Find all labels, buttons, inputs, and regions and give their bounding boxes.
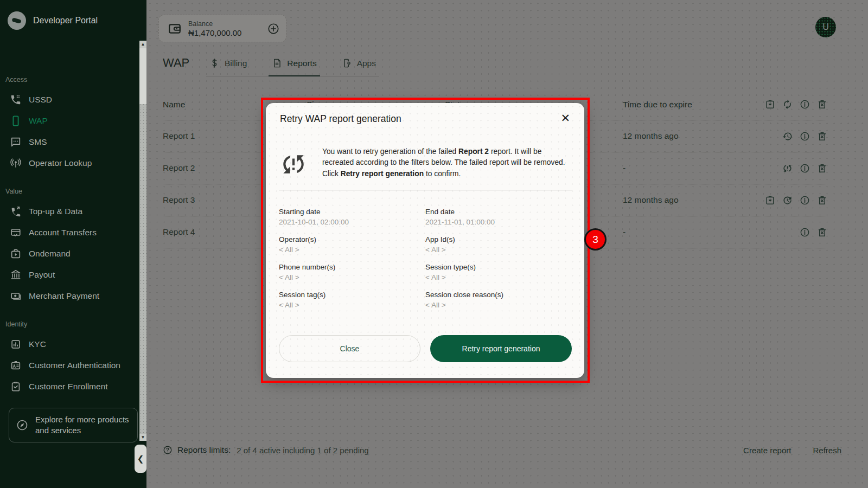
field-end-date: End date 2021-11-01, 01:00:00 bbox=[425, 208, 572, 226]
field-session-tags: Session tag(s) < All > bbox=[279, 291, 425, 309]
sidebar-item-label: SMS bbox=[29, 137, 47, 147]
field-label: Starting date bbox=[279, 208, 425, 216]
field-value: < All > bbox=[279, 246, 425, 254]
banknote-icon bbox=[10, 290, 22, 302]
id-card-icon bbox=[10, 359, 22, 371]
field-app-ids: App Id(s) < All > bbox=[425, 235, 572, 254]
sidebar-item-operator-lookup[interactable]: Operator Lookup bbox=[0, 152, 146, 174]
sidebar-item-ussd[interactable]: USSD bbox=[0, 89, 146, 110]
scrollbar-thumb[interactable] bbox=[139, 48, 146, 104]
briefcase-play-icon bbox=[10, 248, 22, 260]
message-part: to confirm. bbox=[424, 170, 461, 178]
message-report-name: Report 2 bbox=[458, 147, 489, 156]
sidebar-item-label: Merchant Payment bbox=[29, 291, 99, 301]
sidebar-item-customer-authentication[interactable]: Customer Authentication bbox=[0, 355, 146, 376]
antenna-broadcast-icon bbox=[10, 157, 22, 169]
sidebar-item-label: Payout bbox=[29, 270, 55, 280]
scrollbar-down-arrow-icon[interactable]: ▼ bbox=[139, 434, 146, 441]
field-label: App Id(s) bbox=[425, 235, 572, 243]
annotation-step-badge: 3 bbox=[584, 228, 607, 251]
field-starting-date: Starting date 2021-10-01, 02:00:00 bbox=[279, 208, 425, 226]
field-label: Session type(s) bbox=[425, 263, 572, 271]
field-label: Session close reason(s) bbox=[425, 291, 572, 299]
annotation-badge-number: 3 bbox=[592, 234, 598, 246]
field-value: < All > bbox=[279, 301, 425, 309]
sms-bubble-icon bbox=[10, 136, 22, 148]
field-value: < All > bbox=[425, 273, 572, 281]
retry-alert-icon bbox=[280, 150, 307, 179]
field-label: Phone number(s) bbox=[279, 263, 425, 271]
section-label-value: Value bbox=[0, 188, 146, 195]
wap-phone-icon bbox=[10, 115, 22, 127]
sidebar-item-label: Operator Lookup bbox=[29, 158, 92, 168]
sidebar-item-label: Top-up & Data bbox=[29, 207, 82, 216]
field-value: < All > bbox=[425, 301, 572, 309]
sidebar-item-payout[interactable]: Payout bbox=[0, 264, 146, 285]
clipboard-check-icon bbox=[10, 381, 22, 393]
sidebar: Developer Portal Access USSD WAP SMS bbox=[0, 0, 146, 488]
close-button[interactable]: Close bbox=[279, 335, 420, 362]
field-session-close-reasons: Session close reason(s) < All > bbox=[425, 291, 572, 309]
sidebar-item-label: Customer Enrollment bbox=[29, 382, 108, 391]
field-phone-numbers: Phone number(s) < All > bbox=[279, 263, 425, 281]
field-label: End date bbox=[425, 208, 572, 216]
sidebar-item-customer-enrollment[interactable]: Customer Enrollment bbox=[0, 376, 146, 397]
field-operators: Operator(s) < All > bbox=[279, 235, 425, 254]
field-label: Session tag(s) bbox=[279, 291, 425, 299]
sidebar-nav: Access USSD WAP SMS Operator Lookup bbox=[0, 41, 146, 442]
sidebar-item-label: Account Transfers bbox=[29, 228, 97, 237]
sidebar-item-account-transfers[interactable]: Account Transfers bbox=[0, 222, 146, 243]
sidebar-item-label: KYC bbox=[29, 339, 46, 349]
section-label-identity: Identity bbox=[0, 320, 146, 328]
retry-report-generation-button[interactable]: Retry report generation bbox=[430, 335, 572, 362]
sidebar-item-merchant-payment[interactable]: Merchant Payment bbox=[0, 285, 146, 306]
chart-box-icon bbox=[10, 338, 22, 350]
sidebar-item-kyc[interactable]: KYC bbox=[0, 333, 146, 355]
field-value: 2021-10-01, 02:00:00 bbox=[279, 218, 425, 226]
modal-fields: Starting date 2021-10-01, 02:00:00 End d… bbox=[279, 208, 572, 309]
compass-icon bbox=[16, 419, 29, 432]
modal-title: Retry WAP report generation bbox=[280, 113, 401, 125]
sidebar-item-label: WAP bbox=[29, 116, 48, 126]
chevron-left-icon: ❮ bbox=[137, 454, 144, 464]
sidebar-item-topup-data[interactable]: Top-up & Data bbox=[0, 201, 146, 222]
sidebar-item-wap[interactable]: WAP bbox=[0, 110, 146, 131]
sidebar-item-label: Ondemand bbox=[29, 249, 71, 259]
sidebar-item-label: USSD bbox=[29, 95, 52, 105]
card-transfer-icon bbox=[10, 227, 22, 239]
scrollbar-up-arrow-icon[interactable]: ▲ bbox=[139, 41, 146, 48]
developer-portal-logo-icon bbox=[8, 11, 26, 30]
modal-buttons: Close Retry report generation bbox=[279, 335, 572, 362]
explore-button-label: Explore for more products and services bbox=[35, 414, 131, 436]
sidebar-scrollbar[interactable]: ▲ ▼ bbox=[139, 41, 146, 441]
modal-divider bbox=[279, 190, 572, 190]
sidebar-collapse-button[interactable]: ❮ bbox=[135, 445, 146, 473]
message-action-name: Retry report generation bbox=[341, 170, 424, 178]
sidebar-item-label: Customer Authentication bbox=[29, 361, 120, 370]
section-label-access: Access bbox=[0, 76, 146, 84]
brand-name: Developer Portal bbox=[33, 16, 98, 25]
modal-message: You want to retry generation of the fail… bbox=[322, 146, 572, 179]
field-value: 2021-11-01, 01:00:00 bbox=[425, 218, 572, 226]
retry-report-modal: Retry WAP report generation ✕ You want t… bbox=[266, 103, 584, 378]
brand: Developer Portal bbox=[0, 0, 146, 41]
modal-alert: You want to retry generation of the fail… bbox=[280, 146, 572, 179]
topup-phone-arrow-icon bbox=[10, 206, 22, 217]
sidebar-item-ondemand[interactable]: Ondemand bbox=[0, 243, 146, 264]
close-icon[interactable]: ✕ bbox=[558, 110, 572, 126]
field-value: < All > bbox=[279, 273, 425, 281]
field-label: Operator(s) bbox=[279, 235, 425, 243]
bank-icon bbox=[10, 269, 22, 281]
field-value: < All > bbox=[425, 246, 572, 254]
message-part: You want to retry generation of the fail… bbox=[322, 147, 458, 156]
explore-products-button[interactable]: Explore for more products and services bbox=[9, 408, 138, 442]
sidebar-item-sms[interactable]: SMS bbox=[0, 131, 146, 152]
ussd-phone-icon bbox=[10, 94, 22, 106]
field-session-types: Session type(s) < All > bbox=[425, 263, 572, 281]
